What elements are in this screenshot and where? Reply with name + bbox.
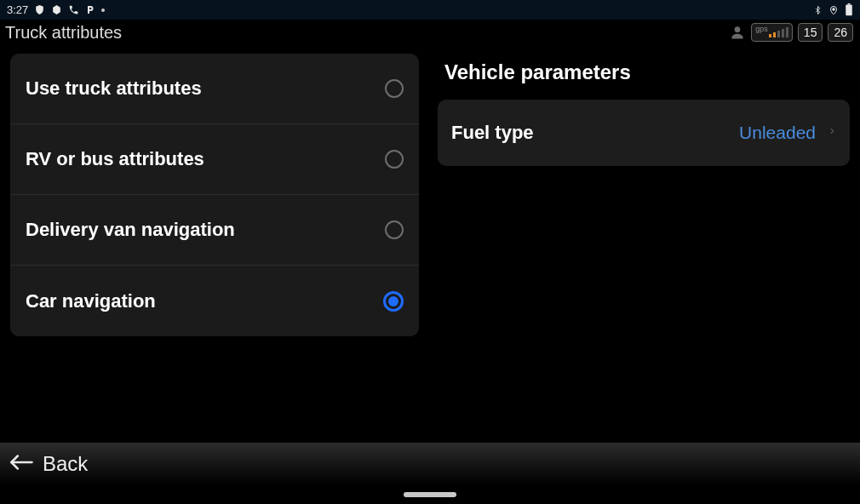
page-title: Truck attributes (5, 23, 122, 43)
param-fuel-type[interactable]: Fuel type Unleaded (438, 100, 850, 166)
radio-icon (385, 150, 404, 169)
radio-icon (385, 220, 404, 239)
location-icon (828, 4, 839, 16)
status-time: 3:27 (7, 3, 28, 16)
badge-b: 26 (828, 23, 853, 42)
option-delivery-van-navigation[interactable]: Delivery van navigation (10, 195, 419, 266)
vehicle-parameters-panel: Vehicle parameters Fuel type Unleaded (438, 54, 850, 443)
svg-point-0 (833, 8, 835, 10)
dot-icon (101, 9, 105, 12)
back-label: Back (43, 452, 88, 476)
option-label: RV or bus attributes (26, 148, 204, 170)
content-area: Use truck attributes RV or bus attribute… (0, 45, 860, 443)
chevron-right-icon (828, 124, 836, 141)
gps-signal-badge: gps (751, 23, 793, 42)
back-arrow-icon (9, 453, 34, 475)
profile-icon[interactable] (729, 24, 746, 41)
signal-bars-icon (769, 27, 788, 37)
section-title: Vehicle parameters (444, 60, 850, 84)
badge-a: 15 (798, 23, 823, 42)
p-icon (85, 4, 95, 15)
battery-icon (845, 3, 853, 16)
shield-icon (34, 4, 45, 15)
option-label: Delivery van navigation (26, 219, 235, 241)
android-nav-bar (0, 485, 860, 504)
radio-icon (383, 291, 404, 312)
mode-options-panel: Use truck attributes RV or bus attribute… (10, 54, 419, 443)
param-value: Unleaded (739, 123, 816, 143)
svg-point-3 (735, 26, 741, 32)
option-use-truck-attributes[interactable]: Use truck attributes (10, 54, 419, 124)
option-car-navigation[interactable]: Car navigation (10, 266, 419, 336)
title-row: Truck attributes gps 15 26 (0, 20, 860, 45)
param-label: Fuel type (451, 122, 534, 144)
nav-pill-icon[interactable] (404, 492, 456, 497)
gps-label: gps (755, 25, 768, 33)
android-status-bar: 3:27 (0, 0, 860, 20)
option-label: Car navigation (26, 290, 156, 312)
option-rv-or-bus-attributes[interactable]: RV or bus attributes (10, 124, 419, 195)
svg-rect-2 (848, 3, 851, 5)
radio-icon (385, 79, 404, 98)
back-button[interactable]: Back (0, 443, 860, 485)
hexagon-icon (51, 4, 62, 15)
bluetooth-icon (813, 4, 823, 16)
header-indicators: gps 15 26 (729, 23, 853, 42)
option-label: Use truck attributes (26, 77, 202, 100)
svg-rect-1 (846, 5, 852, 16)
phone-icon (68, 4, 79, 15)
